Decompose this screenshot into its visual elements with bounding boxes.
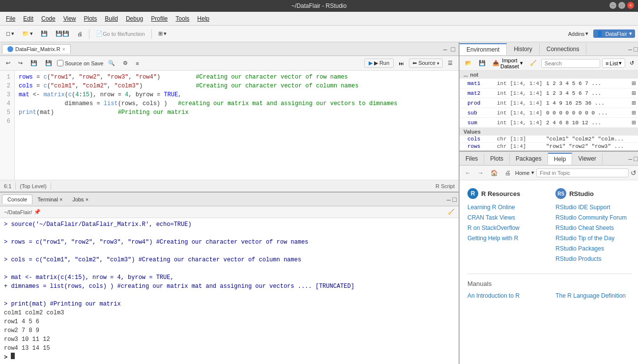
search-button[interactable]: 🔍 [105, 58, 118, 68]
console-pin-icon[interactable]: 📌 [34, 209, 41, 215]
code-content[interactable]: rows = c("row1", "row2", "row3", "row4")… [15, 71, 459, 180]
env-row-sub[interactable]: sub int [1:4, 1:4] 0 0 0 0 0 0 0 0 ... ⊞ [460, 108, 638, 118]
addins-button[interactable]: Addins ▾ [565, 29, 592, 38]
clear-env-button[interactable]: 🧹 [527, 58, 539, 68]
source-on-save-checkbox[interactable] [57, 60, 63, 66]
editor-tab-file[interactable]: DataFlair_Matrix.R × [2, 44, 71, 54]
terminal-close[interactable]: × [59, 196, 62, 202]
list-view-button[interactable]: ≡ List ▾ [602, 58, 626, 68]
env-grid-icon-mat2[interactable]: ⊞ [632, 89, 636, 97]
menu-build[interactable]: Build [101, 14, 122, 24]
editor-collapse-icon[interactable]: – [442, 45, 449, 53]
home-button[interactable]: 🏠 [488, 168, 500, 178]
files-tab-plots[interactable]: Plots [484, 153, 510, 164]
files-tab-files[interactable]: Files [460, 153, 484, 164]
menu-edit[interactable]: Edit [19, 14, 37, 24]
env-row-mat1[interactable]: mat1 int [1:4, 1:4] 1 2 3 4 5 6 7 ... ⊞ [460, 79, 638, 88]
goto-file-button[interactable]: 📄 Go to file/function [93, 29, 148, 38]
new-file-button[interactable]: ◻▾ [3, 29, 17, 38]
maximize-button[interactable]: □ [618, 2, 625, 9]
print-button[interactable]: 🖨 [74, 29, 86, 38]
env-expand-icon[interactable]: □ [634, 45, 638, 53]
menu-plots[interactable]: Plots [80, 14, 101, 24]
help-link-community[interactable]: RStudio Community Forum [555, 214, 632, 221]
save-all-button[interactable]: 💾💾 [53, 29, 72, 38]
env-row-cols[interactable]: cols chr [1:3] "colm1" "colm2" "colm... [460, 136, 638, 143]
more-options-button[interactable]: ☰ [445, 58, 456, 68]
help-refresh-button[interactable]: ↺ [631, 169, 637, 177]
source-on-save-label[interactable]: Source on Save [57, 60, 103, 66]
editor-expand-icon[interactable]: □ [450, 45, 457, 53]
env-search-input[interactable] [541, 59, 600, 68]
console-tab-terminal[interactable]: Terminal × [32, 195, 67, 204]
env-row-rows[interactable]: rows chr [1:4] "row1" "row2" "row3" ... [460, 143, 638, 150]
env-grid-icon-sum[interactable]: ⊞ [632, 118, 636, 127]
files-tab-help[interactable]: Help [548, 153, 573, 165]
files-expand-icon[interactable]: □ [634, 155, 638, 163]
code-editor[interactable]: 1 2 3 4 5 6 rows = c("row1", "row2", "ro… [0, 71, 459, 180]
env-tab-history[interactable]: History [507, 44, 539, 55]
grid-button[interactable]: ⊞▾ [155, 29, 170, 38]
help-link-ide-support[interactable]: RStudio IDE Support [555, 204, 632, 211]
help-link-packages[interactable]: RStudio Packages [555, 245, 632, 252]
env-tab-connections[interactable]: Connections [540, 44, 587, 55]
code-tools-button[interactable]: ⚙ [120, 58, 131, 68]
help-link-cran[interactable]: CRAN Task Views [467, 214, 544, 221]
undo-button[interactable]: ↩ [3, 58, 13, 68]
files-tab-packages[interactable]: Packages [510, 153, 548, 164]
nav-back-button[interactable]: ← [463, 168, 473, 178]
import-dataset-button[interactable]: 📥 Import Dataset ▾ [490, 56, 525, 71]
menu-code[interactable]: Code [37, 14, 59, 24]
editor-tab-close[interactable]: × [62, 47, 65, 52]
nav-forward-button[interactable]: → [475, 168, 486, 178]
help-link-intro-r[interactable]: An Introduction to R [467, 292, 544, 299]
console-content[interactable]: > source('~/DataFlair/DataFlair_Matrix.R… [0, 218, 459, 364]
minimize-button[interactable]: – [609, 2, 616, 9]
format-button[interactable]: ≡ [133, 59, 142, 68]
env-row-mat2[interactable]: mat2 int [1:4, 1:4] 1 2 3 4 5 6 7 ... ⊞ [460, 88, 638, 98]
menu-file[interactable]: File [2, 14, 19, 24]
console-prompt[interactable]: > [4, 353, 455, 362]
jobs-close[interactable]: × [86, 196, 88, 202]
help-link-products[interactable]: RStudio Products [555, 255, 632, 262]
env-open-button[interactable]: 📂 [463, 58, 474, 68]
env-collapse-icon[interactable]: – [628, 45, 632, 53]
menu-help[interactable]: Help [193, 14, 213, 24]
help-link-r-lang-def[interactable]: The R Language Definition [555, 292, 632, 299]
save-button[interactable]: 💾 [38, 29, 51, 38]
env-row-sum[interactable]: sum int [1:4, 1:4] 2 4 6 8 10 12 ... ⊞ [460, 118, 638, 128]
help-link-tip-day[interactable]: RStudio Tip of the Day [555, 235, 632, 242]
env-save-button[interactable]: 💾 [476, 58, 488, 68]
help-link-stackoverflow[interactable]: R on StackOverflow [467, 224, 544, 231]
console-expand-icon[interactable]: □ [453, 196, 457, 203]
env-tab-environment[interactable]: Environment [460, 43, 507, 55]
env-grid-icon-mat1[interactable]: ⊞ [632, 79, 636, 87]
help-link-cheat-sheets[interactable]: RStudio Cheat Sheets [555, 224, 632, 231]
help-link-learning-r[interactable]: Learning R Online [467, 204, 544, 211]
env-row-prod[interactable]: prod int [1:4, 1:4] 1 4 9 16 25 36 ... ⊞ [460, 98, 638, 108]
open-file-button[interactable]: 📁▾ [19, 29, 36, 38]
print-help-button[interactable]: 🖨 [502, 168, 513, 178]
run-button[interactable]: ▶ ▶ Run [364, 58, 394, 68]
menu-debug[interactable]: Debug [122, 14, 147, 24]
save-editor-button[interactable]: 💾 [28, 58, 40, 68]
env-grid-icon-sub[interactable]: ⊞ [632, 109, 636, 117]
menu-profile[interactable]: Profile [147, 14, 172, 24]
close-button[interactable]: × [627, 2, 634, 9]
console-tab-jobs[interactable]: Jobs × [67, 195, 93, 204]
console-tab-console[interactable]: Console [2, 195, 32, 204]
console-collapse-icon[interactable]: – [447, 196, 451, 203]
run-next-button[interactable]: ⏭ [396, 59, 407, 68]
help-link-getting-help[interactable]: Getting Help with R [467, 235, 544, 242]
home-nav-dropdown[interactable]: ▾ [531, 169, 534, 176]
menu-tools[interactable]: Tools [172, 14, 193, 24]
files-tab-viewer[interactable]: Viewer [572, 153, 602, 164]
console-clear-icon[interactable]: 🧹 [448, 209, 455, 215]
find-in-topic-input[interactable] [536, 168, 629, 177]
menu-view[interactable]: View [59, 14, 80, 24]
files-collapse-icon[interactable]: – [628, 155, 632, 163]
save-all-editor-button[interactable]: 💾 [42, 58, 55, 68]
redo-button[interactable]: ↪ [15, 58, 26, 68]
env-grid-icon-prod[interactable]: ⊞ [632, 99, 636, 107]
env-refresh-button[interactable]: ↺ [627, 58, 637, 68]
